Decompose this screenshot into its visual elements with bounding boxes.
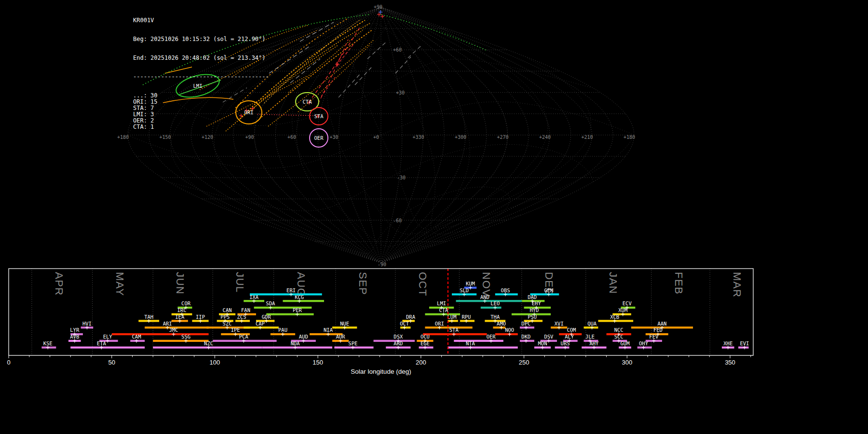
shower-label-CAN: CAN [223, 307, 232, 313]
shower-label-DSX: DSX [393, 334, 403, 339]
shower-label-COR: COR [181, 300, 191, 306]
axis-tick-label: 250 [519, 359, 529, 366]
shower-label-NDA: NDA [291, 340, 300, 346]
shower-bar-LEO [481, 307, 502, 309]
shower-label-TAH: TAH [144, 314, 153, 320]
equatorial-gridline [326, 24, 547, 227]
shower-label-NTA: NTA [466, 340, 475, 346]
axis-tick-label: 300 [622, 359, 632, 366]
longitude-label: +90 [245, 135, 254, 140]
month-label-NOV: NOV [480, 272, 492, 297]
shower-label-AUD: AUD [299, 334, 308, 339]
shower-label-DPC: DPC [521, 321, 530, 326]
month-label-MAR: MAR [731, 272, 743, 298]
obs-end: End: 20251026 20:48:02 (sol = 213.34°) [133, 55, 269, 61]
shower-bar-SDA [254, 307, 312, 309]
axis-tick-label: 200 [416, 359, 426, 366]
radiant-sky-map: +180+150+120+90+60+30+0+330+300+270+240+… [0, 0, 868, 268]
equatorial-gridline [241, 36, 591, 228]
latitude-label: -60 [393, 218, 402, 223]
shower-label-AVB: AVB [70, 334, 79, 339]
shower-label-NUE: NUE [340, 321, 349, 326]
month-label-APR: APR [53, 272, 65, 296]
shower-label-LYR: LYR [70, 327, 80, 333]
meridian-line [381, 7, 487, 263]
longitude-label: +300 [455, 135, 466, 140]
longitude-label: +150 [159, 135, 171, 140]
shower-label-JLE: JLE [585, 334, 595, 339]
shower-label-ERI: ERI [286, 287, 296, 293]
meteor-trail [264, 19, 361, 103]
shower-label-SCC: SCC [614, 334, 624, 339]
longitude-label: +240 [539, 135, 551, 140]
month-label-SEP: SEP [357, 272, 369, 296]
latitude-label: +60 [393, 47, 402, 53]
meteor-trail [395, 57, 411, 73]
shower-label-NOO: NOO [505, 327, 514, 333]
shower-label-KCG: KCG [295, 294, 304, 300]
shower-activity-chart: APRMAYJUNJULAUGSEPOCTNOVDECJANFEBMARKUME… [0, 268, 868, 434]
month-label-JUL: JUL [234, 272, 246, 293]
shower-label-ALY: ALY [565, 334, 574, 339]
shower-label-ORI: ORI [435, 321, 444, 326]
shower-label-ARD: ARD [393, 340, 403, 346]
meridian-line [381, 7, 508, 263]
equatorial-gridline [336, 24, 470, 227]
latitude-label: +30 [396, 90, 405, 95]
shower-bar-AND [456, 300, 522, 302]
shower-bar-URS [555, 347, 570, 349]
shower-label-GUM: GUM [621, 340, 630, 346]
shower-label-OHY: OHY [639, 340, 649, 346]
shower-label-CTA: CTA [439, 307, 448, 313]
shower-label-AAN: AAN [657, 321, 666, 326]
shower-label-LMI: LMI [437, 300, 446, 306]
meteor-trail [408, 46, 420, 58]
shower-bar-ETA [70, 347, 145, 349]
shower-label-IXA: IXA [249, 294, 259, 300]
longitude-label: +0 [373, 135, 379, 140]
shower-label-HVI: HVI [82, 321, 92, 326]
shower-label-URS: URS [561, 340, 570, 346]
longitude-label: +120 [202, 135, 213, 140]
axis-tick-label: 150 [312, 359, 323, 366]
month-grid: APRMAYJUNJULAUGSEPOCTNOVDECJANFEBMAR [32, 269, 743, 355]
shower-label-QUA: QUA [587, 321, 597, 326]
obs-begin: Beg: 20251026 10:15:32 (sol = 212.90°) [133, 36, 269, 42]
shower-label-ETA: ETA [97, 340, 107, 346]
shower-bar-NTA [448, 347, 517, 349]
shower-label-NZC: NZC [204, 340, 213, 346]
shower-bar-KCG [283, 300, 324, 302]
shower-label-IEA: IEA [175, 314, 185, 320]
shower-label-DRA: DRA [406, 314, 416, 320]
shower-label-THA: THA [490, 314, 500, 320]
shower-label-SPE: SPE [348, 340, 357, 346]
shower-label-PPS: PPS [220, 314, 230, 320]
radiant-label-STA: STA [314, 113, 324, 119]
latitude-label: +90 [374, 4, 382, 10]
shower-bar-ORI [425, 326, 472, 328]
month-label-JAN: JAN [607, 272, 619, 294]
shower-label-CAP: CAP [256, 321, 265, 326]
meteor-trail [257, 30, 372, 121]
shower-label-JMC: JMC [169, 327, 178, 333]
shower-label-PAU: PAU [278, 327, 287, 333]
shower-bar-ERI [250, 293, 322, 295]
shower-label-PSU: PSU [528, 314, 537, 320]
meteor-trail [367, 41, 387, 59]
shower-bar-AMO [493, 326, 505, 328]
shower-label-CAM: CAM [132, 334, 141, 339]
shower-label-RPU: RPU [461, 314, 471, 320]
axis-tick-label: 100 [210, 359, 220, 366]
longitude-label: +60 [287, 135, 296, 140]
month-label-JUN: JUN [174, 272, 186, 295]
x-axis: 050100150200250300350Solar longitude (de… [7, 355, 750, 375]
meteor-trail [381, 14, 486, 50]
shower-bar-PER [266, 313, 313, 315]
axis-tick-label: 0 [7, 359, 10, 366]
shower-label-EGE: EGE [420, 340, 430, 346]
radiant-label-OER: OER [314, 135, 324, 141]
radiant-label-CTA: CTA [303, 99, 312, 105]
meteor-trail [337, 42, 355, 66]
shower-label-OCU: OCU [420, 334, 430, 339]
shower-label-DSV: DSV [544, 334, 554, 339]
